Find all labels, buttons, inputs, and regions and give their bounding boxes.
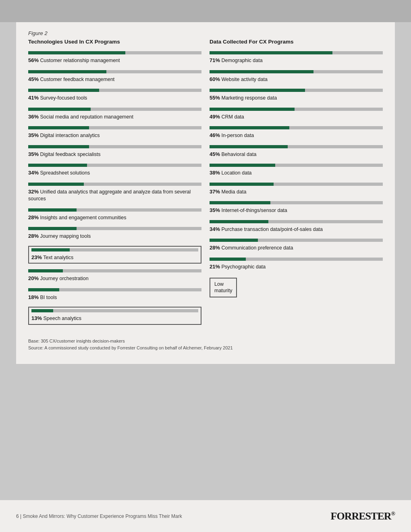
bar-item: 71% Demographic data <box>210 51 383 64</box>
bar-track <box>28 51 201 54</box>
bar-track <box>210 239 383 242</box>
bar-fill <box>28 164 87 167</box>
low-maturity-callout: Low maturity <box>210 278 237 297</box>
footnote-section: Base: 305 CX/customer insights decision-… <box>28 338 383 352</box>
bar-fill <box>210 239 258 242</box>
footnote-source: Source: A commissioned study conducted b… <box>28 345 383 352</box>
columns-container: Technologies Used In CX Programs 56% Cus… <box>28 39 383 330</box>
bar-track <box>210 164 383 167</box>
page-number: 6 <box>16 513 19 519</box>
footnote-base: Base: 305 CX/customer insights decision-… <box>28 338 383 345</box>
bar-track <box>28 70 201 73</box>
bar-label: 35% Digital interaction analytics <box>28 132 201 139</box>
bar-track <box>28 227 201 230</box>
bar-fill <box>28 145 89 148</box>
bar-item: 28% Communication preference data <box>210 239 383 252</box>
bar-label: 49% CRM data <box>210 113 383 121</box>
forrester-logo: FORRESTER® <box>331 510 395 522</box>
bar-track <box>28 183 201 186</box>
left-bars: 56% Customer relationship management 45%… <box>28 51 201 325</box>
bar-fill <box>210 220 268 223</box>
bar-track <box>210 51 383 54</box>
bar-track <box>28 269 201 272</box>
bar-fill <box>210 258 246 261</box>
bar-label: 34% Spreadsheet solutions <box>28 169 201 177</box>
bar-item: 60% Website activity data <box>210 70 383 83</box>
bar-track <box>28 108 201 111</box>
bar-label: 23% Text analytics <box>31 254 198 262</box>
figure-label: Figure 2 <box>28 30 383 36</box>
left-column: Technologies Used In CX Programs 56% Cus… <box>28 39 206 330</box>
bar-fill <box>210 183 274 186</box>
bar-fill <box>31 248 70 251</box>
bar-item: 49% CRM data <box>210 108 383 121</box>
bar-track <box>210 258 383 261</box>
page-wrapper: Figure 2 Technologies Used In CX Program… <box>0 0 411 532</box>
bar-fill <box>28 227 77 230</box>
bar-track <box>28 288 201 291</box>
bar-track <box>210 183 383 186</box>
bar-label: 36% Social media and reputation manageme… <box>28 113 201 121</box>
bar-item: 45% Customer feedback management <box>28 70 201 83</box>
bar-label: 28% Communication preference data <box>210 244 383 252</box>
bar-fill <box>210 70 313 73</box>
bar-fill <box>28 51 125 54</box>
bar-label: 28% Insights and engagement communities <box>28 214 201 222</box>
bar-item: 37% Media data <box>210 183 383 196</box>
highlighted-bar-item: 13% Speech analytics <box>28 307 201 325</box>
left-column-title: Technologies Used In CX Programs <box>28 39 201 46</box>
bar-label: 55% Marketing response data <box>210 94 383 102</box>
bar-item: 18% BI tools <box>28 288 201 301</box>
bar-label: 56% Customer relationship management <box>28 57 201 64</box>
bar-item: 28% Journey mapping tools <box>28 227 201 240</box>
bar-fill <box>28 208 77 212</box>
bar-track <box>28 208 201 212</box>
bar-track <box>28 164 201 167</box>
bar-track <box>210 108 383 111</box>
bar-label: 46% In-person data <box>210 132 383 139</box>
bar-track <box>28 89 201 92</box>
bar-label: 35% Digital feedback specialists <box>28 151 201 158</box>
bar-fill <box>28 70 106 73</box>
bar-label: 20% Journey orchestration <box>28 275 201 283</box>
bar-label: 21% Psychographic data <box>210 263 383 271</box>
bar-fill <box>210 51 332 54</box>
bar-label: 13% Speech analytics <box>31 315 198 322</box>
bar-label: 18% BI tools <box>28 294 201 301</box>
bar-fill <box>210 164 275 167</box>
bar-fill <box>28 183 84 186</box>
bar-item: 38% Location data <box>210 164 383 177</box>
bar-track <box>210 126 383 129</box>
bar-label: 45% Behavioral data <box>210 151 383 158</box>
bar-item: 34% Purchase transaction data/point-of-s… <box>210 220 383 233</box>
bar-item: 35% Digital feedback specialists <box>28 145 201 158</box>
bar-fill <box>210 201 270 204</box>
bar-label: 41% Survey-focused tools <box>28 94 201 102</box>
bar-fill <box>28 89 99 92</box>
bar-track <box>31 248 198 251</box>
bar-fill <box>28 108 91 111</box>
right-column-title: Data Collected For CX Programs <box>210 39 383 46</box>
bar-item: 35% Digital interaction analytics <box>28 126 201 139</box>
bar-label: 38% Location data <box>210 169 383 177</box>
bottom-page-info: 6 | Smoke And Mirrors: Why Customer Expe… <box>16 513 182 519</box>
bar-track <box>28 145 201 148</box>
bar-item: 32% Unified data analytics that aggregat… <box>28 183 201 203</box>
highlighted-bar-item: 23% Text analytics <box>28 246 201 264</box>
bar-item: 45% Behavioral data <box>210 145 383 158</box>
bar-item: 21% Psychographic data <box>210 258 383 271</box>
bar-label: 71% Demographic data <box>210 57 383 64</box>
bar-item: 55% Marketing response data <box>210 89 383 102</box>
bar-label: 32% Unified data analytics that aggregat… <box>28 188 201 203</box>
right-column: Data Collected For CX Programs 71% Demog… <box>206 39 383 330</box>
bar-label: 28% Journey mapping tools <box>28 233 201 240</box>
top-bar <box>0 0 411 22</box>
bar-fill <box>28 288 59 291</box>
bar-track <box>28 126 201 129</box>
bar-track <box>210 70 383 73</box>
bar-item: 20% Journey orchestration <box>28 269 201 283</box>
bar-track <box>210 220 383 223</box>
bar-item: 41% Survey-focused tools <box>28 89 201 102</box>
bottom-title: Smoke And Mirrors: Why Customer Experien… <box>23 513 182 519</box>
bar-fill <box>28 269 63 272</box>
